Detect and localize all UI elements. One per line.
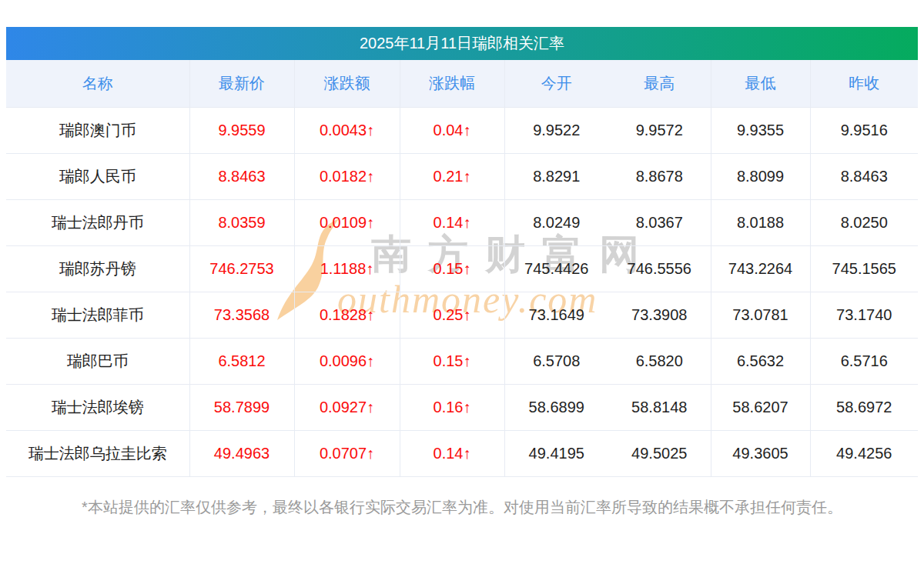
col-header-latest: 最新价: [189, 60, 294, 107]
cell-pct: 0.21↑: [400, 153, 504, 199]
cell-open: 58.6899: [504, 384, 608, 430]
cell-high: 746.5556: [608, 245, 711, 292]
cell-low: 9.9355: [711, 107, 810, 153]
page: 南方财富网 outhmoney.com 2025年11月11日瑞郎相关汇率 名称…: [0, 0, 924, 564]
exchange-rate-table: 名称 最新价 涨跌额 涨跌幅 今开 最高 最低 昨收 瑞郎澳门币 9.9559 …: [6, 60, 918, 477]
header-row: 名称 最新价 涨跌额 涨跌幅 今开 最高 最低 昨收: [6, 60, 918, 107]
cell-latest: 6.5812: [189, 338, 294, 384]
cell-latest: 73.3568: [189, 292, 294, 338]
cell-name: 瑞士法郎丹币: [6, 199, 189, 245]
table-row: 瑞郎人民币 8.8463 0.0182↑ 0.21↑ 8.8291 8.8678…: [6, 153, 918, 199]
cell-latest: 8.8463: [189, 153, 294, 199]
cell-name: 瑞郎澳门币: [6, 107, 189, 153]
cell-open: 73.1649: [504, 292, 608, 338]
cell-prev: 73.1740: [810, 292, 918, 338]
cell-pct: 0.04↑: [400, 107, 504, 153]
cell-prev: 745.1565: [810, 245, 918, 292]
cell-prev: 8.8463: [810, 153, 918, 199]
col-header-change: 涨跌额: [294, 60, 400, 107]
cell-low: 743.2264: [711, 245, 810, 292]
cell-change: 0.1828↑: [294, 292, 400, 338]
cell-name: 瑞士法郎菲币: [6, 292, 189, 338]
col-header-low: 最低: [711, 60, 810, 107]
cell-pct: 0.14↑: [400, 199, 504, 245]
cell-low: 58.6207: [711, 384, 810, 430]
cell-high: 49.5025: [608, 430, 711, 476]
cell-change: 1.1188↑: [294, 245, 400, 292]
cell-name: 瑞士法郎乌拉圭比索: [6, 430, 189, 476]
table-row: 瑞士法郎埃镑 58.7899 0.0927↑ 0.16↑ 58.6899 58.…: [6, 384, 918, 430]
cell-change: 0.0927↑: [294, 384, 400, 430]
cell-name: 瑞郎巴币: [6, 338, 189, 384]
cell-open: 49.4195: [504, 430, 608, 476]
cell-change: 0.0109↑: [294, 199, 400, 245]
col-header-name: 名称: [6, 60, 189, 107]
cell-open: 8.8291: [504, 153, 608, 199]
cell-latest: 746.2753: [189, 245, 294, 292]
cell-low: 8.0188: [711, 199, 810, 245]
cell-change: 0.0043↑: [294, 107, 400, 153]
cell-latest: 8.0359: [189, 199, 294, 245]
cell-pct: 0.15↑: [400, 338, 504, 384]
cell-high: 6.5820: [608, 338, 711, 384]
cell-low: 49.3605: [711, 430, 810, 476]
cell-name: 瑞士法郎埃镑: [6, 384, 189, 430]
cell-high: 73.3908: [608, 292, 711, 338]
cell-prev: 9.9516: [810, 107, 918, 153]
cell-low: 73.0781: [711, 292, 810, 338]
table-row: 瑞郎苏丹镑 746.2753 1.1188↑ 0.15↑ 745.4426 74…: [6, 245, 918, 292]
rate-table-container: 2025年11月11日瑞郎相关汇率 名称 最新价 涨跌额 涨跌幅 今开 最高 最…: [6, 27, 918, 521]
col-header-high: 最高: [608, 60, 711, 107]
cell-change: 0.0707↑: [294, 430, 400, 476]
cell-prev: 49.4256: [810, 430, 918, 476]
cell-prev: 6.5716: [810, 338, 918, 384]
table-row: 瑞郎澳门币 9.9559 0.0043↑ 0.04↑ 9.9522 9.9572…: [6, 107, 918, 153]
cell-high: 8.8678: [608, 153, 711, 199]
cell-open: 745.4426: [504, 245, 608, 292]
cell-change: 0.0182↑: [294, 153, 400, 199]
cell-high: 58.8148: [608, 384, 711, 430]
cell-name: 瑞郎苏丹镑: [6, 245, 189, 292]
table-row: 瑞士法郎丹币 8.0359 0.0109↑ 0.14↑ 8.0249 8.036…: [6, 199, 918, 245]
cell-pct: 0.15↑: [400, 245, 504, 292]
col-header-pct: 涨跌幅: [400, 60, 504, 107]
cell-pct: 0.14↑: [400, 430, 504, 476]
cell-low: 6.5632: [711, 338, 810, 384]
cell-latest: 58.7899: [189, 384, 294, 430]
disclaimer-text: *本站提供的汇率仅供参考，最终以各银行实际交易汇率为准。对使用当前汇率所导致的结…: [17, 494, 907, 521]
cell-latest: 49.4963: [189, 430, 294, 476]
cell-prev: 8.0250: [810, 199, 918, 245]
cell-pct: 0.25↑: [400, 292, 504, 338]
cell-open: 8.0249: [504, 199, 608, 245]
cell-open: 6.5708: [504, 338, 608, 384]
cell-prev: 58.6972: [810, 384, 918, 430]
cell-high: 8.0367: [608, 199, 711, 245]
col-header-prev: 昨收: [810, 60, 918, 107]
cell-open: 9.9522: [504, 107, 608, 153]
cell-low: 8.8099: [711, 153, 810, 199]
table-title: 2025年11月11日瑞郎相关汇率: [6, 27, 918, 60]
cell-name: 瑞郎人民币: [6, 153, 189, 199]
col-header-open: 今开: [504, 60, 608, 107]
table-row: 瑞士法郎乌拉圭比索 49.4963 0.0707↑ 0.14↑ 49.4195 …: [6, 430, 918, 476]
table-row: 瑞士法郎菲币 73.3568 0.1828↑ 0.25↑ 73.1649 73.…: [6, 292, 918, 338]
cell-high: 9.9572: [608, 107, 711, 153]
cell-change: 0.0096↑: [294, 338, 400, 384]
table-row: 瑞郎巴币 6.5812 0.0096↑ 0.15↑ 6.5708 6.5820 …: [6, 338, 918, 384]
cell-pct: 0.16↑: [400, 384, 504, 430]
cell-latest: 9.9559: [189, 107, 294, 153]
